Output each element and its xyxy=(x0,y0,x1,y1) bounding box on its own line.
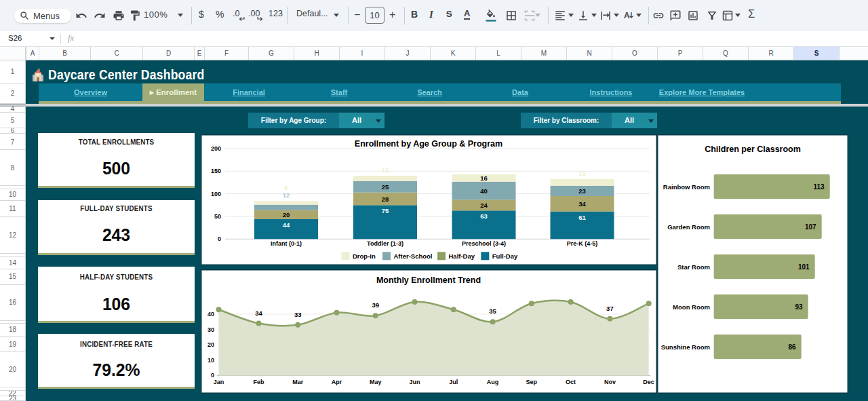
svg-text:Apr: Apr xyxy=(331,379,342,385)
svg-text:Dec: Dec xyxy=(643,379,654,385)
svg-text:8: 8 xyxy=(284,184,288,191)
svg-text:40: 40 xyxy=(207,311,214,318)
svg-text:20: 20 xyxy=(207,341,214,348)
svg-text:86: 86 xyxy=(788,343,796,351)
svg-text:16: 16 xyxy=(480,174,488,181)
svg-text:107: 107 xyxy=(805,223,816,231)
svg-text:Jul: Jul xyxy=(449,379,458,385)
svg-text:Preschool (3-4): Preschool (3-4) xyxy=(461,240,505,247)
svg-text:Moon Room: Moon Room xyxy=(673,303,710,311)
svg-text:28: 28 xyxy=(381,195,389,202)
svg-text:Children per Classroom: Children per Classroom xyxy=(705,145,801,154)
svg-text:24: 24 xyxy=(480,201,488,208)
svg-text:A: A xyxy=(624,11,630,20)
svg-text:After-School: After-School xyxy=(393,252,432,260)
svg-text:200: 200 xyxy=(210,145,220,152)
svg-text:44: 44 xyxy=(282,221,290,229)
svg-text:150: 150 xyxy=(210,168,220,174)
svg-text:Mar: Mar xyxy=(292,379,304,385)
svg-text:34: 34 xyxy=(255,309,262,317)
svg-text:23: 23 xyxy=(578,187,586,194)
svg-text:Full-Day: Full-Day xyxy=(492,252,517,260)
svg-text:Enrollment by Age Group & Prog: Enrollment by Age Group & Program xyxy=(354,139,502,149)
svg-text:15: 15 xyxy=(578,169,586,176)
svg-text:61: 61 xyxy=(578,213,586,221)
svg-text:Sep: Sep xyxy=(526,379,537,385)
svg-text:Toddler (1-3): Toddler (1-3) xyxy=(367,240,403,247)
svg-text:Aug: Aug xyxy=(486,379,498,385)
svg-text:Pre-K (4-5): Pre-K (4-5) xyxy=(566,240,597,247)
svg-text:25: 25 xyxy=(381,183,389,190)
svg-text:Jun: Jun xyxy=(409,379,420,385)
svg-text:34: 34 xyxy=(578,199,586,207)
svg-text:35: 35 xyxy=(489,307,496,315)
svg-text:50: 50 xyxy=(214,213,220,220)
svg-text:Oct: Oct xyxy=(566,379,576,385)
svg-text:12: 12 xyxy=(282,191,290,199)
svg-text:93: 93 xyxy=(795,303,803,311)
svg-text:39: 39 xyxy=(372,301,379,308)
svg-text:Rainbow Room: Rainbow Room xyxy=(663,183,709,191)
svg-text:Nov: Nov xyxy=(604,379,615,385)
svg-text:20: 20 xyxy=(282,210,290,218)
svg-text:113: 113 xyxy=(813,183,825,191)
svg-text:0: 0 xyxy=(210,372,214,379)
svg-text:12: 12 xyxy=(381,166,389,174)
svg-text:30: 30 xyxy=(207,326,214,332)
svg-text:100: 100 xyxy=(210,190,220,197)
svg-text:Sunshine Room: Sunshine Room xyxy=(660,343,709,351)
svg-text:75: 75 xyxy=(381,207,389,214)
svg-text:Half-Day: Half-Day xyxy=(448,252,475,260)
svg-text:10: 10 xyxy=(207,356,214,363)
svg-text:Feb: Feb xyxy=(253,379,264,385)
svg-text:Drop-In: Drop-In xyxy=(353,252,376,260)
svg-text:Jan: Jan xyxy=(213,379,224,385)
svg-text:101: 101 xyxy=(798,263,810,271)
svg-text:33: 33 xyxy=(294,310,301,318)
svg-text:Star Room: Star Room xyxy=(677,263,709,271)
svg-text:0: 0 xyxy=(217,235,220,242)
svg-text:Infant (0-1): Infant (0-1) xyxy=(271,240,302,247)
svg-text:40: 40 xyxy=(480,187,488,194)
svg-text:37: 37 xyxy=(606,304,614,311)
svg-text:63: 63 xyxy=(480,212,488,220)
svg-text:Garden Room: Garden Room xyxy=(667,223,710,231)
svg-text:May: May xyxy=(369,379,381,385)
svg-text:Monthly Enrollment Trend: Monthly Enrollment Trend xyxy=(376,275,480,284)
